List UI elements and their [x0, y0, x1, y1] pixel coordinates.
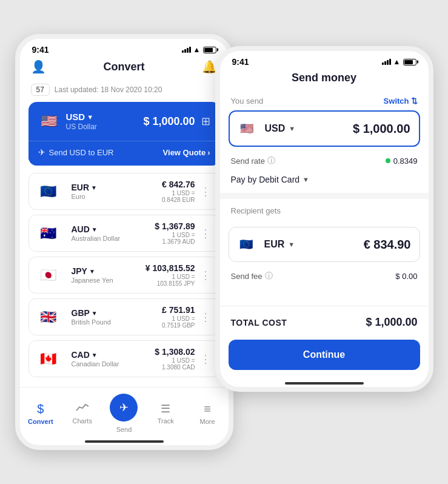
total-cost-value: $ 1,000.00	[366, 316, 417, 329]
cad-more-icon[interactable]: ⋮	[200, 352, 211, 366]
rate-value: 0.8349	[386, 156, 418, 166]
total-cost-label: TOTAL COST	[231, 318, 287, 328]
jpy-code: JPY ▼	[72, 266, 145, 276]
last-updated-row: 57 Last updated: 18 Nov 2020 10:20	[20, 80, 229, 102]
gbp-name: British Pound	[72, 318, 162, 326]
nav-charts[interactable]: Charts	[61, 402, 103, 425]
list-item[interactable]: 🇪🇺 EUR ▼ Euro € 842.76 1 USD =0.8428 EUR…	[28, 173, 220, 210]
send-rate-row: Send rate ⓘ 0.8349	[220, 149, 429, 172]
eur-selector[interactable]: 🇪🇺 EUR ▼	[238, 236, 295, 253]
battery-icon-right	[403, 59, 416, 66]
aud-amount: $ 1,367.89	[155, 221, 195, 231]
usd-flag: 🇺🇸	[38, 110, 60, 132]
eur-flag: 🇪🇺	[38, 181, 59, 203]
jpy-flag: 🇯🇵	[38, 264, 59, 286]
recipient-amount: € 834.90	[295, 238, 410, 252]
recipient-label: Recipient gets	[220, 199, 429, 218]
fee-info-icon[interactable]: ⓘ	[265, 271, 273, 281]
send-button[interactable]: ✈	[110, 394, 138, 422]
eur-more-icon[interactable]: ⋮	[200, 185, 211, 198]
page-title-right: Send money	[292, 72, 356, 84]
jpy-more-icon[interactable]: ⋮	[200, 269, 211, 282]
pay-method-row: Pay by Debit Card ▼	[220, 172, 429, 193]
wifi-icon: ▲	[193, 45, 201, 54]
list-item[interactable]: 🇬🇧 GBP ▼ British Pound £ 751.91 1 USD =0…	[28, 298, 220, 335]
usd-selector[interactable]: 🇺🇸 USD ▼	[238, 120, 296, 137]
eur-dropdown-icon: ▼	[288, 241, 295, 248]
eur-code: EUR ▼	[72, 183, 162, 192]
list-item[interactable]: 🇯🇵 JPY ▼ Japanese Yen ¥ 103,815.52 1 USD…	[28, 257, 220, 294]
usd-dropdown-icon: ▼	[289, 125, 295, 132]
cad-amount: $ 1,308.02	[155, 347, 195, 357]
usd-name: US Dollar	[66, 123, 144, 131]
switch-button[interactable]: Switch ⇅	[384, 96, 418, 106]
page-title-left: Convert	[103, 61, 144, 73]
you-send-card[interactable]: 🇺🇸 USD ▼ $ 1,000.00	[229, 110, 420, 147]
aud-code: AUD ▼	[72, 224, 155, 234]
right-phone: 9:41 ▲ Send money You send	[215, 46, 433, 392]
gbp-more-icon[interactable]: ⋮	[200, 311, 211, 324]
profile-icon[interactable]: 👤	[31, 59, 46, 74]
fee-value: $ 0.00	[395, 272, 417, 281]
card-top: 🇺🇸 USD ▼ US Dollar $ 1,000.00 ⊞	[28, 102, 220, 141]
fee-label: Send fee ⓘ	[231, 271, 273, 281]
send-arrow-icon: ✈	[38, 147, 45, 157]
jpy-rate: 1 USD =103.8155 JPY	[145, 274, 195, 287]
usd-amount: $ 1,000.00	[143, 115, 195, 128]
you-send-label: You send	[231, 96, 264, 106]
jpy-info: JPY ▼ Japanese Yen	[72, 266, 145, 284]
continue-button[interactable]: Continue	[229, 340, 420, 370]
nav-convert[interactable]: $ Convert	[20, 402, 62, 425]
wifi-icon-right: ▲	[393, 58, 401, 66]
track-icon: ☰	[161, 402, 170, 415]
cad-code: CAD ▼	[72, 350, 155, 360]
send-row[interactable]: ✈ Send USD to EUR View Quote ›	[28, 141, 220, 166]
rate-label: Send rate ⓘ	[231, 155, 275, 166]
gbp-flag: 🇬🇧	[38, 306, 59, 328]
gbp-code: GBP ▼	[72, 308, 162, 318]
more-label: More	[200, 418, 215, 425]
usd-info: USD ▼ US Dollar	[66, 112, 144, 131]
you-send-header: You send Switch ⇅	[220, 90, 429, 108]
left-phone: 9:41 ▲ 👤 Convert 🔔 57 L	[15, 34, 233, 450]
eur-rate: 1 USD =0.8428 EUR	[162, 190, 195, 203]
list-item[interactable]: 🇨🇦 CAD ▼ Canadian Dollar $ 1,308.02 1 US…	[28, 340, 220, 377]
eur-name: Euro	[72, 193, 162, 200]
time-right: 9:41	[232, 57, 249, 67]
send-icon: ✈	[119, 401, 129, 414]
nav-send[interactable]: ✈ Send	[103, 394, 145, 433]
eur-recv-code: EUR	[264, 239, 285, 250]
usd-code: USD ▼	[66, 112, 144, 122]
nav-track[interactable]: ☰ Track	[145, 402, 187, 425]
jpy-amount-block: ¥ 103,815.52 1 USD =103.8155 JPY	[145, 263, 195, 287]
jpy-amount: ¥ 103,815.52	[145, 263, 195, 273]
currency-list: 🇪🇺 EUR ▼ Euro € 842.76 1 USD =0.8428 EUR…	[20, 166, 229, 385]
nav-header-left: 👤 Convert 🔔	[20, 57, 229, 80]
update-badge: 57	[31, 84, 50, 96]
more-icon: ≡	[204, 402, 211, 416]
battery-icon	[203, 47, 216, 53]
eur-recv-flag: 🇪🇺	[238, 236, 255, 253]
recipient-card[interactable]: 🇪🇺 EUR ▼ € 834.90	[229, 227, 420, 262]
jpy-name: Japanese Yen	[72, 277, 145, 284]
update-text: Last updated: 18 Nov 2020 10:20	[55, 86, 162, 94]
rate-info-icon[interactable]: ⓘ	[267, 155, 275, 166]
list-item[interactable]: 🇦🇺 AUD ▼ Australian Dollar $ 1,367.89 1 …	[28, 215, 220, 252]
bottom-nav: $ Convert Charts ✈ Send ☰ Track	[20, 387, 229, 437]
calculator-icon[interactable]: ⊞	[201, 115, 210, 128]
send-amount-input[interactable]: $ 1,000.00	[295, 122, 410, 136]
view-quote-btn[interactable]: View Quote ›	[163, 148, 210, 157]
eur-amount-block: € 842.76 1 USD =0.8428 EUR	[162, 180, 195, 203]
signal-icon	[182, 47, 191, 53]
eur-amount: € 842.76	[162, 180, 195, 189]
aud-more-icon[interactable]: ⋮	[200, 227, 211, 240]
convert-label: Convert	[28, 418, 53, 425]
status-bar-right: 9:41 ▲	[220, 51, 429, 69]
send-fee-row: Send fee ⓘ $ 0.00	[220, 264, 429, 287]
track-label: Track	[158, 417, 174, 425]
cad-rate: 1 USD =1.3080 CAD	[155, 357, 195, 371]
nav-more[interactable]: ≡ More	[187, 402, 229, 425]
switch-icon: ⇅	[411, 96, 418, 106]
pay-method-button[interactable]: Pay by Debit Card ▼	[231, 175, 418, 184]
rate-online-dot	[386, 158, 390, 163]
